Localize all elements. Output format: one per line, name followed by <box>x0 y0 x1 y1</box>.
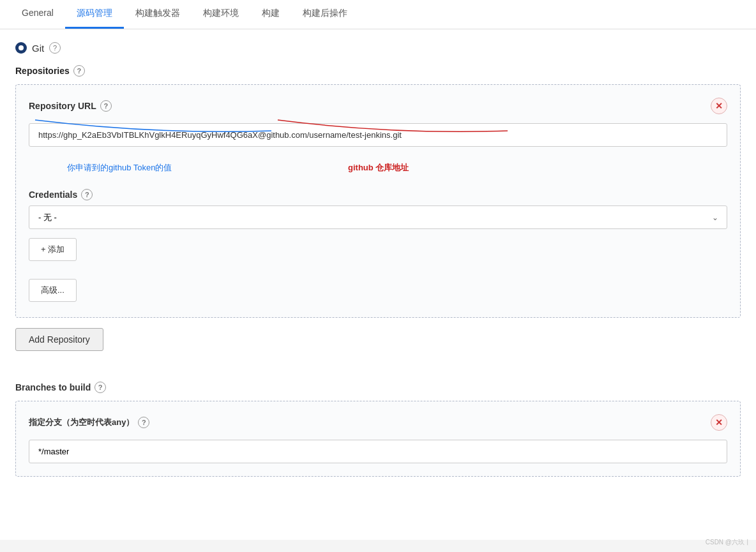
git-radio[interactable] <box>15 42 27 54</box>
main-content: Git ? Repositories ? Repository URL ? ✕ <box>0 29 756 540</box>
repo-url-label: Repository URL <box>29 101 96 111</box>
tab-env[interactable]: 构建环境 <box>192 0 250 29</box>
credentials-select-wrapper: - 无 - ⌄ <box>29 205 727 229</box>
repositories-title: Repositories ? <box>15 65 741 77</box>
tab-triggers[interactable]: 构建触发器 <box>124 0 192 29</box>
branch-label: 指定分支（为空时代表any） <box>29 417 134 428</box>
repo-close-button[interactable]: ✕ <box>711 98 727 114</box>
branches-title: Branches to build ? <box>15 382 741 393</box>
repositories-label: Repositories <box>15 66 70 76</box>
advanced-button[interactable]: 高级... <box>29 279 77 302</box>
credentials-help-icon[interactable]: ? <box>81 189 93 200</box>
credentials-label: Credentials ? <box>29 189 727 200</box>
tab-build[interactable]: 构建 <box>250 0 291 29</box>
credentials-title: Credentials <box>29 190 77 200</box>
branches-help-icon[interactable]: ? <box>94 382 106 393</box>
branches-label: Branches to build <box>15 382 91 392</box>
tab-general[interactable]: General <box>10 0 65 29</box>
annotation-blue-text: 你申请到的github Token的值 <box>67 162 172 174</box>
watermark: CSDN @六玖丨 <box>706 538 751 540</box>
repo-url-header: Repository URL ? ✕ <box>29 98 727 114</box>
branch-close-button[interactable]: ✕ <box>711 414 727 431</box>
git-label: Git <box>32 43 44 54</box>
repo-url-input[interactable] <box>29 123 727 147</box>
branch-header: 指定分支（为空时代表any） ? ✕ <box>29 414 727 431</box>
branch-header-left: 指定分支（为空时代表any） ? <box>29 417 149 428</box>
git-section: Git ? <box>15 42 741 54</box>
add-credentials-button[interactable]: + 添加 <box>29 238 77 261</box>
tab-bar: General 源码管理 构建触发器 构建环境 构建 构建后操作 <box>0 0 756 29</box>
git-help-icon[interactable]: ? <box>49 42 61 54</box>
credentials-section: Credentials ? - 无 - ⌄ <box>29 189 727 229</box>
repository-box: Repository URL ? ✕ 你申请到的github Token的值 g… <box>15 84 741 318</box>
repositories-help-icon[interactable]: ? <box>73 65 85 77</box>
annotation-area: 你申请到的github Token的值 github 仓库地址 <box>29 160 727 185</box>
branch-box: 指定分支（为空时代表any） ? ✕ <box>15 401 741 477</box>
branches-section: Branches to build ? 指定分支（为空时代表any） ? ✕ <box>15 382 741 477</box>
tab-post[interactable]: 构建后操作 <box>291 0 359 29</box>
add-repository-button[interactable]: Add Repository <box>15 328 103 351</box>
url-input-wrapper <box>29 123 727 147</box>
repo-url-help-icon[interactable]: ? <box>100 100 112 112</box>
branch-input[interactable] <box>29 440 727 463</box>
tab-source[interactable]: 源码管理 <box>65 0 124 29</box>
repo-url-header-left: Repository URL ? <box>29 100 112 112</box>
branch-label-help-icon[interactable]: ? <box>138 417 149 428</box>
credentials-select[interactable]: - 无 - <box>29 205 727 229</box>
annotation-red-text: github 仓库地址 <box>348 162 409 174</box>
